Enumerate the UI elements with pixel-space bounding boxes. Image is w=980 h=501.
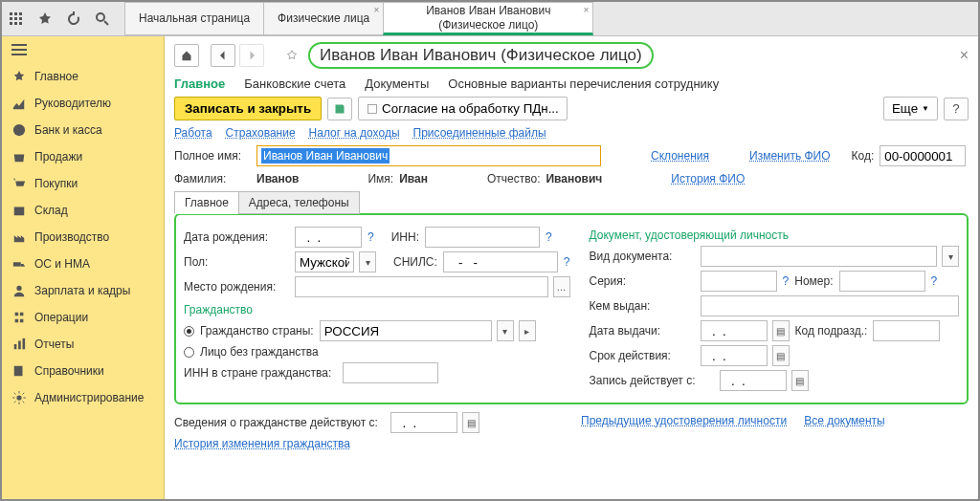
foreign-inn-input[interactable] (343, 362, 438, 383)
gender-dropdown-icon[interactable]: ▾ (359, 251, 376, 272)
fullname-input[interactable]: Иванов Иван Иванович (256, 145, 601, 166)
close-page-button[interactable]: × (960, 47, 969, 64)
prev-docs-link[interactable]: Предыдущие удостоверения личности (581, 414, 787, 427)
apps-grid-icon[interactable] (2, 2, 31, 35)
calendar-icon[interactable]: ▤ (462, 412, 479, 433)
star-icon[interactable] (31, 2, 59, 35)
calendar-icon[interactable]: ▤ (791, 370, 809, 391)
sidebar-item-manager[interactable]: Руководителю (2, 90, 164, 117)
record-from-input[interactable] (720, 370, 787, 391)
consent-button[interactable]: Согласие на обработку ПДн... (358, 97, 568, 120)
section-tab-payment[interactable]: Основные варианты перечисления сотрудник… (448, 76, 719, 91)
dept-code-input[interactable] (873, 320, 940, 341)
svg-rect-3 (10, 17, 12, 20)
save-button[interactable] (327, 98, 352, 120)
snils-input[interactable] (443, 251, 558, 272)
sidebar-item-bank[interactable]: Банк и касса (2, 117, 164, 143)
sidebar-item-purchases[interactable]: Покупки (2, 170, 164, 197)
sidebar-toggle-button[interactable] (2, 36, 164, 63)
search-icon[interactable] (88, 2, 117, 35)
favorite-star-icon[interactable] (279, 44, 304, 67)
calendar-icon[interactable]: ▤ (772, 320, 790, 341)
sidebar-item-warehouse[interactable]: Склад (2, 197, 164, 224)
number-help-icon[interactable]: ? (931, 274, 938, 288)
snils-help-icon[interactable]: ? (564, 255, 570, 269)
svg-rect-4 (14, 17, 17, 20)
tab-persons[interactable]: Физические лица× (263, 2, 384, 35)
factory-icon (11, 229, 27, 245)
citizenship-country-input[interactable] (320, 320, 492, 341)
issued-by-input[interactable] (701, 295, 959, 316)
doc-type-dropdown-icon[interactable]: ▾ (942, 246, 959, 267)
citizenship-info-from-input[interactable] (390, 412, 457, 433)
link-insurance[interactable]: Страхование (226, 126, 296, 140)
home-button[interactable] (174, 44, 199, 67)
tab-home[interactable]: Начальная страница (124, 2, 264, 35)
sidebar-item-refs[interactable]: Справочники (2, 358, 164, 384)
sidebar-item-reports[interactable]: Отчеты (2, 331, 164, 358)
inn-input[interactable] (425, 227, 540, 248)
svg-rect-2 (19, 12, 22, 15)
country-open-icon[interactable]: ▸ (519, 320, 536, 341)
svg-rect-14 (14, 207, 25, 216)
birthplace-more-icon[interactable]: … (553, 276, 570, 297)
history-icon[interactable] (59, 2, 88, 35)
sidebar-item-main[interactable]: Главное (2, 63, 164, 90)
sidebar-item-sales[interactable]: Продажи (2, 143, 164, 170)
gender-select[interactable] (295, 251, 354, 272)
issue-date-input[interactable] (701, 320, 768, 341)
stateless-radio[interactable]: Лицо без гражданства (184, 345, 570, 359)
sidebar-item-production[interactable]: Производство (2, 224, 164, 250)
sidebar-item-assets[interactable]: ОС и НМА (2, 250, 164, 277)
forward-button[interactable] (239, 44, 264, 67)
calendar-icon[interactable]: ▤ (772, 345, 790, 366)
more-button[interactable]: Еще ▼ (883, 97, 938, 120)
app-top-bar: Начальная страница Физические лица× Иван… (2, 2, 978, 36)
section-tab-docs[interactable]: Документы (365, 76, 429, 91)
link-work[interactable]: Работа (174, 126, 212, 140)
snils-label: СНИЛС: (393, 255, 437, 269)
link-tax[interactable]: Налог на доходы (309, 126, 400, 140)
doc-type-label: Вид документа: (590, 250, 695, 263)
sidebar-item-operations[interactable]: Операции (2, 304, 164, 331)
help-button[interactable]: ? (944, 98, 969, 120)
back-button[interactable] (211, 44, 235, 67)
svg-rect-6 (10, 22, 12, 25)
subtab-main[interactable]: Главное (174, 191, 239, 214)
svg-point-9 (97, 13, 104, 21)
inn-help-icon[interactable]: ? (546, 230, 552, 244)
citizenship-history-link[interactable]: История изменения гражданства (174, 437, 562, 450)
country-dropdown-icon[interactable]: ▾ (497, 320, 514, 341)
close-icon[interactable]: × (583, 5, 589, 16)
series-input[interactable] (701, 271, 777, 292)
tab-person-card[interactable]: Иванов Иван Иванович (Физическое лицо)× (383, 2, 593, 35)
change-fio-link[interactable]: Изменить ФИО (749, 149, 831, 163)
history-fio-link[interactable]: История ФИО (671, 172, 745, 185)
code-input[interactable] (880, 145, 966, 166)
section-tab-bank[interactable]: Банковские счета (244, 76, 345, 91)
gender-label: Пол: (184, 255, 289, 269)
subtab-addresses[interactable]: Адреса, телефоны (238, 191, 360, 214)
all-docs-link[interactable]: Все документы (804, 414, 885, 427)
save-close-button[interactable]: Записать и закрыть (174, 97, 322, 120)
number-input[interactable] (839, 271, 925, 292)
sidebar-item-admin[interactable]: Администрирование (2, 384, 164, 411)
section-tab-main[interactable]: Главное (174, 76, 225, 91)
dob-help-icon[interactable]: ? (368, 230, 374, 244)
citizenship-country-radio[interactable]: Гражданство страны: ▾▸ (184, 320, 570, 341)
sidebar-item-hr[interactable]: Зарплата и кадры (2, 277, 164, 304)
foreign-inn-label: ИНН в стране гражданства: (184, 366, 337, 380)
valid-until-input[interactable] (701, 345, 768, 366)
dob-input[interactable] (295, 227, 362, 248)
patronymic-label: Отчество: (487, 172, 541, 185)
link-files[interactable]: Присоединенные файлы (413, 126, 546, 140)
birthplace-label: Место рождения: (184, 280, 289, 294)
birthplace-input[interactable] (295, 276, 548, 297)
doc-type-input[interactable] (701, 246, 937, 267)
declensions-link[interactable]: Склонения (651, 149, 709, 163)
bar-chart-icon (11, 337, 27, 352)
svg-rect-15 (13, 262, 21, 266)
series-help-icon[interactable]: ? (783, 274, 790, 288)
close-icon[interactable]: × (373, 5, 379, 16)
number-label: Номер: (794, 274, 833, 288)
